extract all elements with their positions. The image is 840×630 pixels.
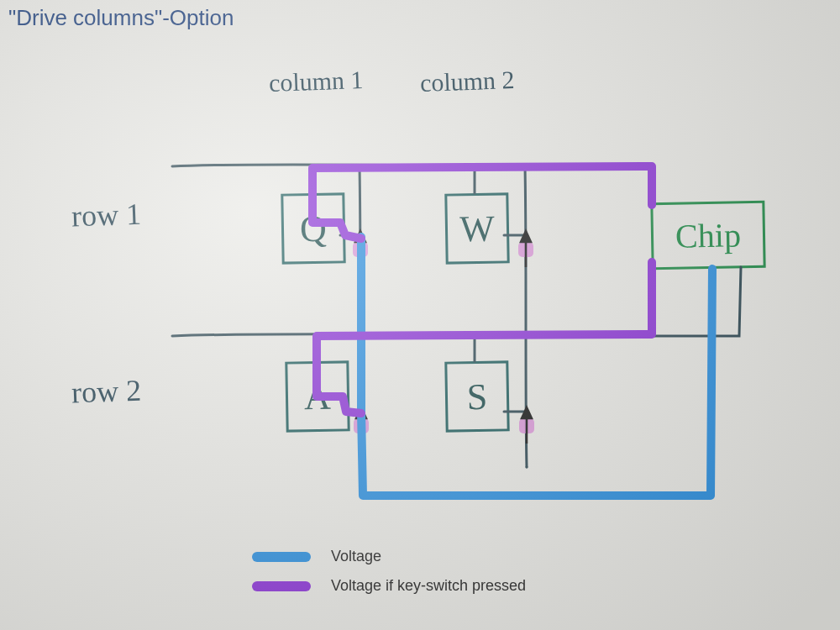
key-w: W [444, 192, 509, 264]
legend-voltage-pressed-label: Voltage if key-switch pressed [331, 577, 526, 595]
label-row-1: row 1 [71, 197, 141, 234]
legend-voltage-pressed-swatch [252, 581, 311, 591]
svg-rect-2 [354, 418, 369, 433]
key-s: S [444, 360, 509, 432]
key-q: Q [281, 192, 345, 264]
svg-rect-3 [519, 418, 534, 433]
legend-voltage-swatch [252, 552, 311, 562]
label-column-1: column 1 [268, 66, 364, 97]
legend: Voltage Voltage if key-switch pressed [252, 548, 526, 606]
svg-rect-0 [353, 242, 368, 257]
key-a: A [285, 360, 349, 432]
chip-box: Chip [650, 201, 765, 270]
legend-voltage-pressed: Voltage if key-switch pressed [252, 577, 526, 595]
svg-marker-5 [521, 231, 531, 242]
svg-marker-6 [356, 407, 366, 418]
svg-marker-7 [522, 407, 532, 418]
svg-rect-1 [518, 242, 533, 257]
legend-voltage: Voltage [252, 548, 526, 565]
page-title: "Drive columns"-Option [8, 5, 234, 31]
legend-voltage-label: Voltage [331, 548, 381, 565]
svg-marker-4 [355, 231, 365, 242]
label-column-2: column 2 [419, 66, 515, 97]
label-row-2: row 2 [71, 373, 141, 411]
